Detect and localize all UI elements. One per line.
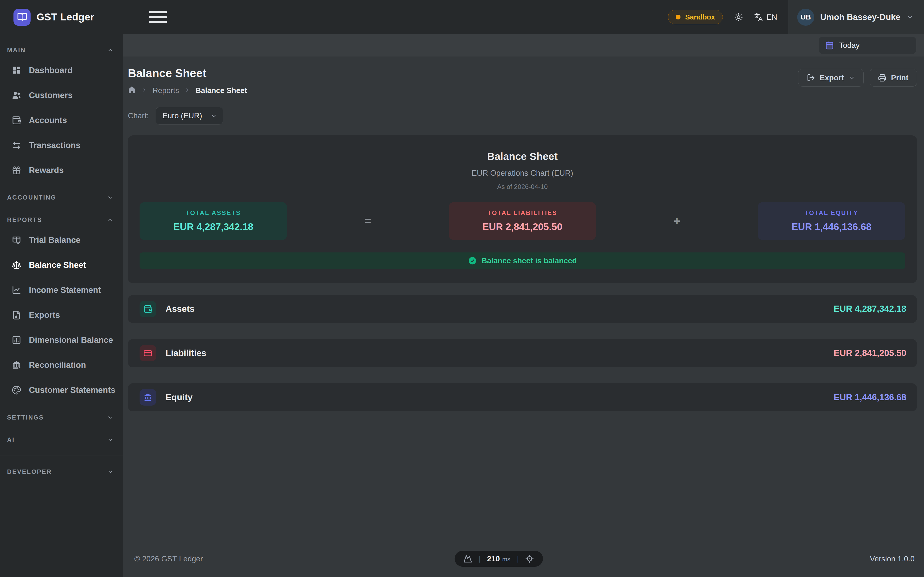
sidebar-item-transactions[interactable]: Transactions	[0, 133, 123, 158]
brand: GST Ledger	[0, 9, 123, 26]
balance-sheet-summary-card: Balance Sheet EUR Operations Chart (EUR)…	[128, 135, 917, 283]
chevron-down-icon	[210, 112, 217, 119]
latency-indicator[interactable]: | 210ms |	[454, 551, 543, 567]
breadcrumb-reports[interactable]: Reports	[153, 86, 179, 95]
sidebar-section-reports[interactable]: REPORTS	[0, 212, 123, 228]
file-export-icon	[12, 310, 21, 320]
users-icon	[12, 91, 21, 100]
palette-icon	[12, 385, 21, 395]
export-button[interactable]: Export	[798, 69, 864, 86]
breadcrumb-current: Balance Sheet	[195, 86, 247, 95]
equals-operator: =	[287, 214, 449, 227]
total-equity-box: TOTAL EQUITY EUR 1,446,136.68	[758, 202, 905, 240]
bar-chart-square-icon	[12, 335, 21, 345]
status-dot	[676, 15, 680, 19]
sidebar-item-exports[interactable]: Exports	[0, 303, 123, 328]
liabilities-amount: EUR 2,841,205.50	[834, 348, 906, 358]
wallet-icon	[12, 116, 21, 125]
gift-icon	[12, 166, 21, 175]
assets-row[interactable]: Assets EUR 4,287,342.18	[128, 295, 917, 323]
latency-value: 210ms	[487, 554, 510, 563]
version-text: Version 1.0.0	[870, 554, 914, 563]
today-button[interactable]: Today	[819, 37, 916, 54]
status-text: Balance sheet is balanced	[481, 256, 577, 265]
sun-icon	[734, 13, 743, 22]
total-assets-box: TOTAL ASSETS EUR 4,287,342.18	[140, 202, 287, 240]
sidebar-item-dimensional-balance[interactable]: Dimensional Balance	[0, 328, 123, 353]
top-bar: GST Ledger Sandbox EN UB Umoh Bassey-Duk…	[0, 0, 924, 34]
total-liabilities-box: TOTAL LIABILITIES EUR 2,841,205.50	[449, 202, 596, 240]
sidebar-item-customers[interactable]: Customers	[0, 83, 123, 108]
line-chart-icon	[12, 285, 21, 295]
sidebar-item-accounts[interactable]: Accounts	[0, 108, 123, 133]
app-title: GST Ledger	[37, 11, 94, 23]
mountain-icon	[464, 554, 472, 563]
scale-icon	[12, 260, 21, 270]
chart-selector-label: Chart:	[128, 111, 149, 120]
main-area: Today Balance Sheet Reports Balance Shee…	[123, 34, 924, 577]
credit-card-icon	[140, 345, 156, 362]
footer: © 2026 GST Ledger | 210ms | Version 1.0.…	[128, 540, 917, 577]
arrows-left-right-icon	[12, 141, 21, 150]
breadcrumb: Reports Balance Sheet	[128, 85, 247, 96]
liabilities-row[interactable]: Liabilities EUR 2,841,205.50	[128, 339, 917, 367]
chevron-down-icon	[107, 437, 113, 443]
page-content: Balance Sheet Reports Balance Sheet Expo…	[123, 56, 924, 577]
app-logo	[13, 9, 31, 26]
chevron-down-icon	[107, 414, 113, 421]
calendar-icon	[825, 41, 834, 50]
sidebar-item-trial-balance[interactable]: Trial Balance	[0, 227, 123, 253]
sidebar-item-rewards[interactable]: Rewards	[0, 158, 123, 183]
sidebar-item-dashboard[interactable]: Dashboard	[0, 58, 123, 83]
user-name: Umoh Bassey-Duke	[820, 12, 900, 22]
sidebar-item-income-statement[interactable]: Income Statement	[0, 278, 123, 303]
sidebar: MAIN Dashboard Customers Accounts Transa…	[0, 34, 123, 577]
sandbox-badge: Sandbox	[668, 10, 723, 24]
check-circle-icon	[468, 256, 477, 265]
theme-toggle-button[interactable]	[734, 13, 743, 22]
report-title: Balance Sheet	[140, 150, 905, 162]
print-button[interactable]: Print	[870, 69, 917, 86]
printer-icon	[878, 74, 886, 82]
sidebar-section-accounting[interactable]: ACCOUNTING	[0, 190, 123, 205]
assets-amount: EUR 4,287,342.18	[834, 304, 906, 314]
languages-icon	[754, 13, 763, 22]
balanced-status-banner: Balance sheet is balanced	[140, 253, 905, 269]
home-icon[interactable]	[128, 85, 136, 96]
sub-header: Today	[123, 34, 924, 56]
chevron-down-icon	[849, 74, 855, 81]
table-check-icon	[12, 235, 21, 245]
user-menu[interactable]: UB Umoh Bassey-Duke	[788, 0, 924, 34]
bank-icon	[140, 389, 156, 406]
export-icon	[807, 74, 815, 82]
chevron-up-icon	[107, 217, 113, 223]
plus-operator: +	[596, 214, 758, 227]
sidebar-item-customer-statements[interactable]: Customer Statements	[0, 378, 123, 403]
copyright-text: © 2026 GST Ledger	[134, 554, 203, 563]
equity-row[interactable]: Equity EUR 1,446,136.68	[128, 383, 917, 412]
language-switcher[interactable]: EN	[754, 13, 777, 22]
sidebar-item-balance-sheet[interactable]: Balance Sheet	[0, 253, 123, 278]
chevron-down-icon	[107, 194, 113, 201]
chevron-down-icon	[107, 469, 113, 475]
chevron-down-icon	[906, 13, 913, 21]
locate-icon	[525, 554, 534, 563]
sidebar-section-ai[interactable]: AI	[0, 432, 123, 447]
book-icon	[17, 12, 27, 22]
chart-select[interactable]: Euro (EUR)	[156, 107, 223, 124]
sidebar-item-reconciliation[interactable]: Reconciliation	[0, 353, 123, 378]
language-code: EN	[767, 13, 777, 22]
wallet-icon	[140, 301, 156, 318]
report-as-of: As of 2026-04-10	[140, 183, 905, 191]
menu-toggle-icon[interactable]	[149, 11, 167, 23]
sidebar-section-settings[interactable]: SETTINGS	[0, 410, 123, 425]
page-title: Balance Sheet	[128, 67, 247, 80]
report-subtitle: EUR Operations Chart (EUR)	[140, 169, 905, 178]
dashboard-icon	[12, 65, 21, 75]
chevron-right-icon	[142, 86, 147, 95]
avatar: UB	[797, 9, 814, 26]
sidebar-section-main[interactable]: MAIN	[0, 42, 123, 58]
chevron-right-icon	[184, 86, 190, 95]
chevron-up-icon	[107, 47, 113, 53]
sidebar-section-developer[interactable]: DEVELOPER	[0, 464, 123, 480]
